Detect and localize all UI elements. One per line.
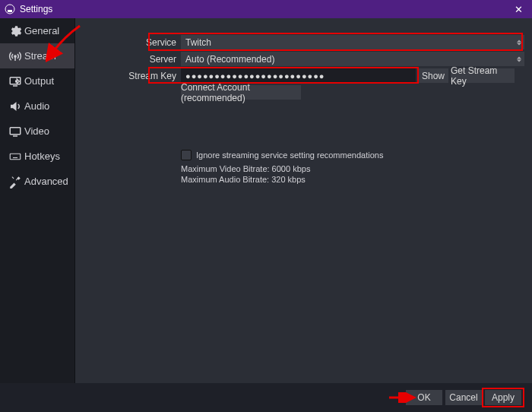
apply-button[interactable]: Apply <box>485 390 521 405</box>
sidebar-item-label: Video <box>24 125 49 137</box>
server-label: Server <box>86 54 181 65</box>
sidebar-item-output[interactable]: Output <box>0 68 74 93</box>
speaker-icon <box>6 100 24 113</box>
sidebar-item-general[interactable]: General <box>0 18 74 43</box>
close-button[interactable]: ✕ <box>509 4 527 15</box>
keyboard-icon <box>6 150 24 163</box>
sidebar: General Stream Output Audio Video <box>0 18 75 383</box>
chevron-updown-icon <box>517 56 521 62</box>
sidebar-item-advanced[interactable]: Advanced <box>0 169 74 194</box>
sidebar-item-label: Output <box>24 75 54 87</box>
app-logo-icon <box>5 4 15 14</box>
titlebar: Settings ✕ <box>0 0 532 18</box>
footer: OK Cancel Apply <box>0 383 532 412</box>
streamkey-input[interactable]: ●●●●●●●●●●●●●●●●●●●●●●●● <box>181 68 416 83</box>
ignore-recommendations-row: Ignore streaming service setting recomme… <box>181 150 524 160</box>
sidebar-item-video[interactable]: Video <box>0 119 74 144</box>
sidebar-item-label: Audio <box>24 100 49 112</box>
svg-rect-8 <box>10 154 21 160</box>
cancel-button[interactable]: Cancel <box>445 390 482 405</box>
max-audio-bitrate: Maximum Audio Bitrate: 320 kbps <box>181 174 524 185</box>
ok-button[interactable]: OK <box>406 390 442 405</box>
svg-rect-6 <box>10 127 21 134</box>
svg-rect-1 <box>8 10 12 12</box>
sidebar-item-label: Stream <box>24 50 56 62</box>
monitor-icon <box>6 125 24 138</box>
monitor-arrow-icon <box>6 74 24 88</box>
show-button[interactable]: Show <box>418 68 448 83</box>
max-video-bitrate: Maximum Video Bitrate: 6000 kbps <box>181 163 524 174</box>
get-stream-key-button[interactable]: Get Stream Key <box>451 68 515 83</box>
sidebar-item-label: Hotkeys <box>24 151 60 162</box>
service-label: Service <box>86 37 181 48</box>
ignore-recs-label: Ignore streaming service setting recomme… <box>196 150 383 160</box>
ignore-recs-checkbox[interactable] <box>181 150 192 160</box>
sidebar-item-label: General <box>24 25 59 36</box>
sidebar-item-label: Advanced <box>24 176 68 187</box>
gear-icon <box>6 24 24 38</box>
connect-account-button[interactable]: Connect Account (recommended) <box>181 85 301 100</box>
content-pane: Service Twitch Server Auto (Recommended)… <box>75 18 532 383</box>
sidebar-item-audio[interactable]: Audio <box>0 93 74 119</box>
tools-icon <box>6 175 24 189</box>
sidebar-item-hotkeys[interactable]: Hotkeys <box>0 144 74 169</box>
service-value: Twitch <box>185 37 211 48</box>
window-title: Settings <box>20 4 509 14</box>
streamkey-label: Stream Key <box>86 71 181 81</box>
server-value: Auto (Recommended) <box>185 54 274 65</box>
streamkey-value: ●●●●●●●●●●●●●●●●●●●●●●●● <box>185 71 325 81</box>
chevron-updown-icon <box>517 40 521 45</box>
antenna-icon <box>6 49 24 63</box>
server-dropdown[interactable]: Auto (Recommended) <box>181 52 524 66</box>
service-dropdown[interactable]: Twitch <box>181 35 524 49</box>
svg-point-0 <box>5 5 14 14</box>
sidebar-item-stream[interactable]: Stream <box>0 43 74 68</box>
